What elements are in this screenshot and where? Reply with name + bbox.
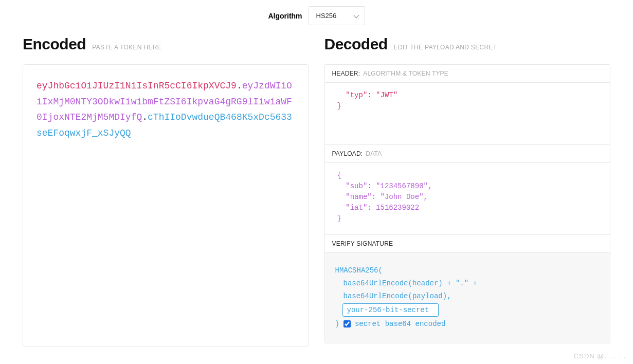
encoded-subtitle: PASTE A TOKEN HERE — [92, 44, 161, 51]
decoded-stack: HEADER: ALGORITHM & TOKEN TYPE "typ": "J… — [324, 64, 611, 343]
payload-section-sublabel: DATA — [366, 150, 382, 157]
token-header-part: eyJhbGciOiJIUzI1NiIsInR5cCI6IkpXVCJ9 — [37, 81, 237, 91]
encoded-header: Encoded PASTE A TOKEN HERE — [23, 35, 309, 53]
payload-section-bar: PAYLOAD: DATA — [325, 144, 610, 163]
payload-section-body[interactable]: { "sub": "1234567890", "name": "John Doe… — [325, 163, 610, 234]
signature-section-bar: VERIFY SIGNATURE — [325, 234, 610, 253]
decoded-subtitle: EDIT THE PAYLOAD AND SECRET — [394, 44, 497, 51]
header-section-bar: HEADER: ALGORITHM & TOKEN TYPE — [325, 65, 610, 83]
decoded-column: Decoded EDIT THE PAYLOAD AND SECRET HEAD… — [324, 35, 611, 347]
signature-section-body: HMACSHA256( base64UrlEncode(header) + ".… — [325, 253, 610, 343]
header-section-body[interactable]: "typ": "JWT" } — [325, 83, 610, 144]
signature-last-row: ) secret base64 encoded — [335, 319, 600, 330]
signature-line-2: base64UrlEncode(header) + "." + — [335, 277, 600, 290]
signature-line-3: base64UrlEncode(payload), — [335, 290, 600, 303]
watermark: CSDN @. . . . . — [574, 352, 626, 357]
decoded-header: Decoded EDIT THE PAYLOAD AND SECRET — [324, 35, 611, 53]
secret-input[interactable] — [342, 303, 439, 317]
header-section-sublabel: ALGORITHM & TOKEN TYPE — [363, 70, 448, 77]
secret-base64-checkbox[interactable] — [343, 320, 351, 327]
algorithm-selected-value: HS256 — [316, 12, 337, 20]
encoded-title: Encoded — [23, 35, 86, 53]
signature-line-1: HMACSHA256( — [335, 264, 600, 277]
decoded-title: Decoded — [324, 35, 388, 53]
encoded-column: Encoded PASTE A TOKEN HERE eyJhbGciOiJIU… — [23, 35, 309, 347]
token-dot-2: . — [142, 112, 148, 122]
token-dot-1: . — [237, 81, 242, 91]
main-columns: Encoded PASTE A TOKEN HERE eyJhbGciOiJIU… — [0, 35, 633, 357]
algorithm-label: Algorithm — [268, 12, 302, 20]
signature-section-label: VERIFY SIGNATURE — [332, 240, 393, 247]
algorithm-select[interactable]: HS256 — [309, 6, 365, 25]
header-section-label: HEADER: — [332, 70, 360, 77]
signature-close-paren: ) — [335, 319, 339, 330]
payload-section-label: PAYLOAD: — [332, 150, 363, 157]
encoded-token-box[interactable]: eyJhbGciOiJIUzI1NiIsInR5cCI6IkpXVCJ9.eyJ… — [23, 64, 309, 347]
secret-base64-label: secret base64 encoded — [355, 319, 445, 330]
algorithm-row: Algorithm HS256 — [0, 0, 633, 35]
